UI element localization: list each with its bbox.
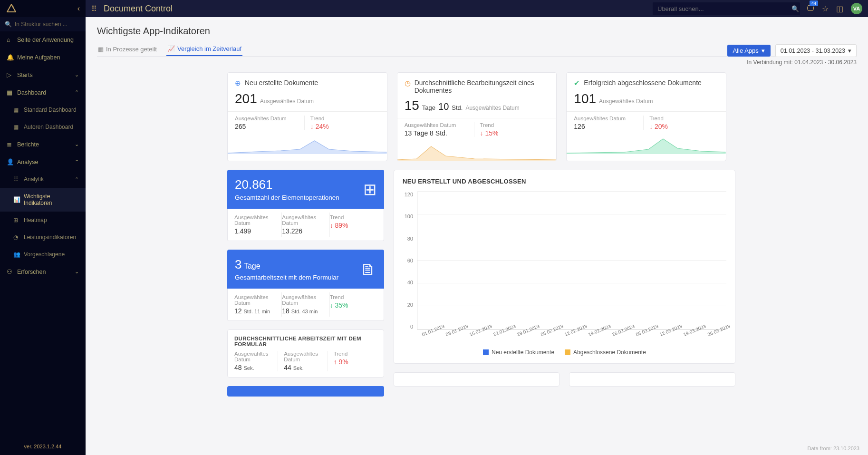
search-icon[interactable]: 🔍	[791, 5, 799, 12]
chevron-down-icon: ⌄	[75, 72, 79, 78]
nav-author-dashboard[interactable]: ▦Autoren Dashboard	[0, 118, 86, 136]
nav-my-tasks[interactable]: 🔔Meine Aufgaben	[0, 48, 86, 66]
page-title: Wichtigste App-Indikatoren	[97, 26, 857, 37]
tab-compare-time[interactable]: 📈Vergleich im Zeitverlauf	[166, 42, 242, 56]
notif-badge: 44	[810, 0, 818, 6]
kpi-prev: 13 Tage 8 Std.	[405, 129, 474, 137]
collapse-sidebar-icon[interactable]: ‹	[77, 4, 80, 13]
home-icon: ⌂	[7, 37, 13, 43]
kpi-card-avg-time: ◷Durchschnittliche Bearbeitungszeit eine…	[397, 72, 557, 161]
check-circle-icon: ✔	[574, 79, 580, 87]
kpi-title: DURCHSCHNITTLICHE ARBEITSZEIT MIT DEM FO…	[234, 336, 377, 347]
nav-heatmap[interactable]: ⊞Heatmap	[0, 212, 86, 229]
gauge-icon: ◔	[13, 234, 20, 241]
nav-explore[interactable]: ⚇Erforschen⌄	[0, 263, 86, 281]
caret-down-icon: ▾	[762, 47, 765, 54]
kpi-trend: ↓ 89%	[330, 222, 377, 229]
legend-swatch	[483, 349, 489, 355]
chevron-up-icon: ⌃	[75, 176, 79, 183]
kpi-card-work-time: 3 TageGesamtarbeitszeit mit dem Formular…	[227, 250, 384, 321]
chevron-down-icon: ⌄	[75, 269, 79, 275]
all-apps-button[interactable]: Alle Apps ▾	[727, 45, 771, 57]
date-range-picker[interactable]: 01.01.2023 - 31.03.2023 ▾	[775, 44, 857, 57]
chevron-down-icon: ⌄	[75, 141, 79, 147]
structure-search[interactable]: 🔍 In Struktur suchen ...	[0, 17, 86, 31]
nav-analytics[interactable]: ☷Analytik⌃	[0, 171, 86, 188]
clock-icon: ◷	[405, 79, 411, 87]
star-icon[interactable]: ☆	[822, 4, 829, 13]
kpi-trend: ↓ 20%	[649, 123, 719, 130]
chart-new-and-done: NEU ERSTELLT UND ABGESCHLOSSEN 120100806…	[394, 170, 735, 364]
nav-app-page[interactable]: ⌂Seite der Anwendung	[0, 31, 86, 48]
tree-icon: ⚇	[7, 268, 13, 275]
dash-icon: ▦	[13, 106, 20, 113]
list-icon: ≣	[7, 141, 13, 148]
dashboard-icon: ▦	[7, 89, 13, 96]
structure-search-label: In Struktur suchen ...	[15, 21, 68, 28]
nav-dashboard[interactable]: ▦Dashboard⌃	[0, 84, 86, 101]
kpi-trend: ↓ 24%	[310, 123, 380, 130]
sparkline	[397, 142, 557, 161]
search-icon: 🔍	[5, 21, 12, 28]
kpi-value: 101	[574, 91, 596, 106]
nav-analysis[interactable]: 👤Analyse⌃	[0, 153, 86, 171]
chart-x-axis: 01.01.202308.01.202315.01.202322.01.2023…	[417, 332, 726, 338]
kpi-card-total-ops: 20.861Gesamtzahl der Elementoperationen …	[227, 170, 384, 241]
kpi-trend: ↑ 9%	[334, 358, 377, 366]
nav-reports[interactable]: ≣Berichte⌄	[0, 136, 86, 153]
version-label: ver. 2023.1.2.44	[0, 438, 86, 455]
chevron-up-icon: ⌃	[75, 159, 79, 165]
chart-plot-area	[417, 192, 726, 329]
people-icon: 👥	[13, 251, 20, 258]
grid-icon: ⊞	[363, 180, 376, 199]
kpi-title: Durchschnittliche Bearbeitungszeit eines…	[415, 79, 550, 94]
nav-starts[interactable]: ▷Starts⌄	[0, 66, 86, 84]
kpi-trend: ↓ 15%	[480, 129, 550, 137]
person-icon: 👤	[7, 158, 13, 165]
tab-by-process[interactable]: ▦In Prozesse geteilt	[97, 42, 158, 56]
chevron-up-icon: ⌃	[75, 89, 79, 96]
sparkline	[228, 135, 387, 154]
nav-suggested[interactable]: 👥Vorgeschlagene	[0, 246, 86, 263]
chart-y-axis: 120100806040200	[403, 192, 417, 329]
apps-grid-icon[interactable]: ⠿	[91, 4, 97, 13]
kpi-title: Gesamtzahl der Elementoperationen	[235, 194, 339, 201]
svg-point-0	[12, 6, 14, 8]
data-from-label: Data from: 23.10.2023	[808, 445, 859, 451]
table-icon: ▦	[98, 46, 104, 53]
plus-circle-icon: ⊕	[235, 79, 241, 87]
panels-icon[interactable]: ◫	[836, 4, 843, 13]
sparkline	[567, 135, 726, 154]
kpi-prev: 126	[574, 123, 643, 130]
dash-icon: ▦	[13, 124, 20, 130]
document-icon: 🗎	[360, 260, 376, 279]
global-search-input[interactable]	[653, 2, 800, 15]
bell-icon: 🔔	[7, 54, 13, 61]
user-avatar[interactable]: VA	[851, 3, 862, 14]
kpi-card-partial	[227, 386, 384, 397]
topbar: ⠿ Document Control 🔍 🖵44 ☆ ◫ VA	[86, 0, 868, 17]
kpi-card-avg-work: DURCHSCHNITTLICHE ARBEITSZEIT MIT DEM FO…	[227, 329, 384, 378]
chart-icon: 📊	[13, 196, 20, 203]
analytics-icon: ☷	[13, 176, 20, 183]
chart-title: NEU ERSTELLT UND ABGESCHLOSSEN	[403, 178, 726, 185]
nav-key-indicators[interactable]: 📊Wichtigste Indikatoren	[0, 188, 86, 212]
comparison-label: In Verbindung mit: 01.04.2023 - 30.06.20…	[97, 59, 857, 66]
nav-performance[interactable]: ◔Leistungsindikatoren	[0, 229, 86, 246]
kpi-title: Erfolgreich abgeschlossene Dokumente	[584, 79, 701, 87]
kpi-prev: 265	[235, 123, 304, 130]
card-partial-1	[394, 372, 559, 387]
caret-down-icon: ▾	[848, 47, 851, 54]
legend-swatch	[565, 349, 570, 355]
chart-legend: Neu erstellte Dokumente Abgeschlossene D…	[403, 349, 726, 356]
notifications-icon[interactable]: 🖵44	[807, 4, 814, 13]
card-partial-2	[569, 372, 735, 387]
kpi-card-new-docs: ⊕Neu erstellte Dokumente 201Ausgewähltes…	[227, 72, 387, 161]
logo-icon	[6, 3, 17, 14]
nav-standard-dashboard[interactable]: ▦Standard Dashboard	[0, 101, 86, 118]
heatmap-icon: ⊞	[13, 217, 20, 223]
app-title: Document Control	[104, 4, 173, 14]
line-chart-icon: 📈	[167, 45, 175, 52]
sidebar: ‹ 🔍 In Struktur suchen ... ⌂Seite der An…	[0, 0, 86, 455]
kpi-value: 20.861	[235, 177, 339, 192]
